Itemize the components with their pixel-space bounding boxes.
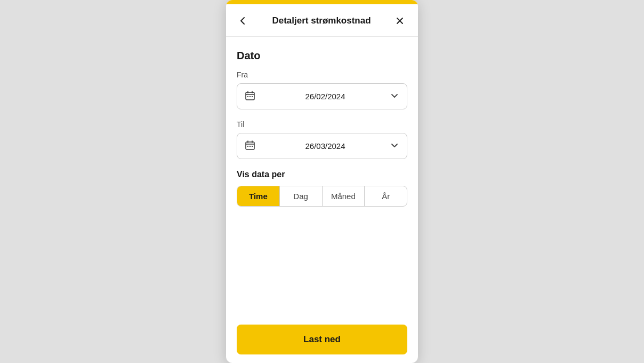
tab-group: Time Dag Måned År <box>237 186 407 207</box>
calendar-icon-til <box>245 140 255 152</box>
fra-label: Fra <box>237 70 407 79</box>
svg-rect-3 <box>252 96 253 97</box>
modal-title: Detaljert strømkostnad <box>251 15 392 26</box>
download-button[interactable]: Last ned <box>237 325 407 354</box>
til-label: Til <box>237 120 407 129</box>
chevron-down-icon-fra <box>390 91 399 102</box>
modal-body: Dato Fra 26/02/2024 <box>226 37 418 316</box>
tab-maned[interactable]: Måned <box>323 186 365 206</box>
top-bar <box>226 0 418 4</box>
tab-ar[interactable]: År <box>365 186 407 206</box>
vis-data-label: Vis data per <box>237 170 407 179</box>
back-icon <box>237 15 248 27</box>
svg-rect-2 <box>249 96 251 97</box>
fra-date-picker[interactable]: 26/02/2024 <box>237 83 407 109</box>
til-date-picker[interactable]: 26/03/2024 <box>237 133 407 159</box>
calendar-icon-fra <box>245 90 255 102</box>
tab-time[interactable]: Time <box>237 186 280 206</box>
section-title: Dato <box>237 50 407 62</box>
modal-header: Detaljert strømkostnad <box>226 4 418 37</box>
close-button[interactable] <box>392 13 407 28</box>
phone-container: Detaljert strømkostnad Dato Fra <box>226 0 418 363</box>
svg-rect-6 <box>249 146 251 147</box>
close-icon <box>395 15 405 26</box>
tab-dag[interactable]: Dag <box>280 186 323 206</box>
svg-rect-5 <box>247 146 248 147</box>
til-date-value: 26/03/2024 <box>261 141 390 151</box>
svg-rect-1 <box>247 96 248 97</box>
modal-content: Detaljert strømkostnad Dato Fra <box>226 4 418 363</box>
fra-date-value: 26/02/2024 <box>261 92 390 101</box>
chevron-down-icon-til <box>390 140 399 152</box>
modal-footer: Last ned <box>226 316 418 363</box>
svg-rect-7 <box>252 146 253 147</box>
back-button[interactable] <box>235 13 251 29</box>
